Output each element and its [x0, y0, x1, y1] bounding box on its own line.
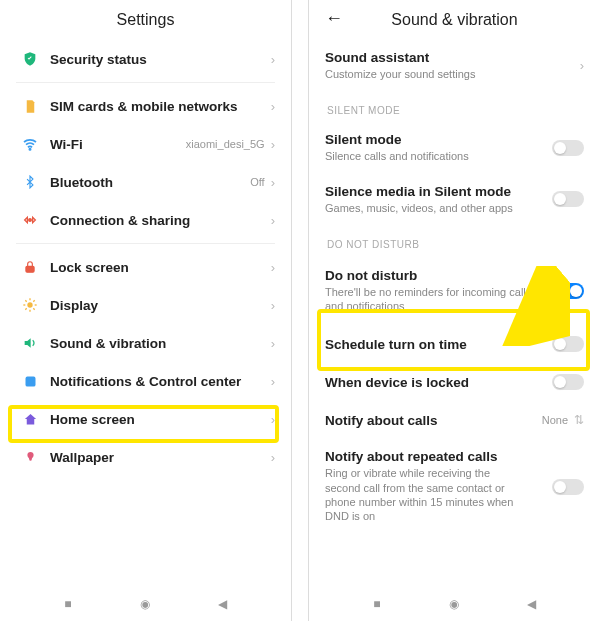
row-lock-screen[interactable]: Lock screen ›: [6, 248, 285, 286]
separator: [16, 82, 275, 83]
wifi-value: xiaomi_desi_5G: [186, 138, 265, 150]
label: Do not disturb: [325, 268, 552, 283]
bluetooth-icon: [16, 175, 44, 189]
row-notify-repeated[interactable]: Notify about repeated calls Ring or vibr…: [315, 439, 594, 533]
header: Settings: [0, 0, 291, 40]
label: Schedule turn on time: [325, 337, 552, 352]
chevron-right-icon: ›: [271, 175, 275, 190]
row-home-screen[interactable]: Home screen ›: [6, 400, 285, 438]
sound-settings-list: Sound assistant Customize your sound set…: [309, 40, 600, 587]
row-wifi[interactable]: Wi-Fi xiaomi_desi_5G ›: [6, 125, 285, 163]
section-dnd: Do not disturb: [315, 225, 594, 256]
label: Sound & vibration: [50, 336, 271, 351]
android-navbar: ■ ◉ ◀: [0, 587, 291, 621]
row-schedule[interactable]: Schedule turn on time: [315, 325, 594, 363]
silent-mode-toggle[interactable]: [552, 140, 584, 156]
schedule-toggle[interactable]: [552, 336, 584, 352]
locked-toggle[interactable]: [552, 374, 584, 390]
row-display[interactable]: Display ›: [6, 286, 285, 324]
row-notify-calls[interactable]: Notify about calls None ⇅: [315, 401, 594, 439]
svg-line-9: [33, 308, 34, 309]
row-when-locked[interactable]: When device is locked: [315, 363, 594, 401]
row-sound-assistant[interactable]: Sound assistant Customize your sound set…: [315, 40, 594, 91]
row-sim-cards[interactable]: SIM cards & mobile networks ›: [6, 87, 285, 125]
back-arrow-icon[interactable]: ←: [325, 8, 343, 29]
home-icon: [16, 412, 44, 427]
label: Bluetooth: [50, 175, 250, 190]
notification-icon: [16, 374, 44, 389]
row-security-status[interactable]: Security status ›: [6, 40, 285, 78]
svg-line-8: [25, 300, 26, 301]
repeated-toggle[interactable]: [552, 479, 584, 495]
header: ← Sound & vibration: [309, 0, 600, 40]
label: Silent mode: [325, 132, 552, 147]
sublabel: Games, music, videos, and other apps: [325, 201, 552, 215]
chevron-right-icon: ›: [271, 298, 275, 313]
chevron-right-icon: ›: [271, 336, 275, 351]
label: Security status: [50, 52, 271, 67]
sublabel: Silence calls and notifications: [325, 149, 552, 163]
svg-point-3: [27, 302, 32, 307]
svg-rect-12: [25, 376, 35, 386]
label: When device is locked: [325, 375, 552, 390]
svg-point-0: [29, 149, 30, 150]
home-button[interactable]: ◉: [140, 597, 150, 611]
android-navbar: ■ ◉ ◀: [309, 587, 600, 621]
wallpaper-icon: [16, 450, 44, 465]
section-silent-mode: Silent mode: [315, 91, 594, 122]
row-do-not-disturb[interactable]: Do not disturb There'll be no reminders …: [315, 256, 594, 326]
row-notifications[interactable]: Notifications & Control center ›: [6, 362, 285, 400]
chevron-right-icon: ›: [271, 374, 275, 389]
label: Notify about calls: [325, 413, 542, 428]
notify-calls-value: None: [542, 414, 568, 426]
home-button[interactable]: ◉: [449, 597, 459, 611]
settings-screen: Settings Security status › SIM cards & m…: [0, 0, 292, 621]
recents-button[interactable]: ■: [373, 597, 380, 611]
label: Sound assistant: [325, 50, 580, 65]
back-button[interactable]: ◀: [218, 597, 227, 611]
chevron-right-icon: ›: [271, 213, 275, 228]
row-sound-vibration[interactable]: Sound & vibration ›: [6, 324, 285, 362]
label: Home screen: [50, 412, 271, 427]
svg-rect-2: [26, 266, 34, 272]
bluetooth-value: Off: [250, 176, 264, 188]
row-wallpaper[interactable]: Wallpaper ›: [6, 438, 285, 476]
row-silence-media[interactable]: Silence media in Silent mode Games, musi…: [315, 174, 594, 225]
page-title: Settings: [117, 11, 175, 29]
wifi-icon: [16, 136, 44, 152]
speaker-icon: [16, 335, 44, 351]
lock-icon: [16, 260, 44, 274]
label: Silence media in Silent mode: [325, 184, 552, 199]
page-title: Sound & vibration: [391, 11, 517, 29]
chevron-right-icon: ›: [271, 52, 275, 67]
back-button[interactable]: ◀: [527, 597, 536, 611]
chevron-right-icon: ›: [271, 450, 275, 465]
sort-icon: ⇅: [574, 413, 584, 427]
label: Notifications & Control center: [50, 374, 271, 389]
sublabel: Customize your sound settings: [325, 67, 580, 81]
label: Notify about repeated calls: [325, 449, 552, 464]
separator: [16, 243, 275, 244]
recents-button[interactable]: ■: [64, 597, 71, 611]
row-bluetooth[interactable]: Bluetooth Off ›: [6, 163, 285, 201]
label: Wallpaper: [50, 450, 271, 465]
svg-line-11: [33, 300, 34, 301]
sublabel: Ring or vibrate while receiving the seco…: [325, 466, 525, 523]
sun-icon: [16, 297, 44, 313]
shield-icon: [16, 51, 44, 67]
chevron-right-icon: ›: [271, 412, 275, 427]
settings-list: Security status › SIM cards & mobile net…: [0, 40, 291, 587]
chevron-right-icon: ›: [271, 260, 275, 275]
share-icon: [16, 212, 44, 228]
label: Display: [50, 298, 271, 313]
label: Lock screen: [50, 260, 271, 275]
label: Wi-Fi: [50, 137, 186, 152]
svg-line-10: [25, 308, 26, 309]
chevron-right-icon: ›: [271, 137, 275, 152]
row-silent-mode[interactable]: Silent mode Silence calls and notificati…: [315, 122, 594, 173]
sublabel: There'll be no reminders for incoming ca…: [325, 285, 552, 314]
row-connection-sharing[interactable]: Connection & sharing ›: [6, 201, 285, 239]
sound-vibration-screen: ← Sound & vibration Sound assistant Cust…: [308, 0, 600, 621]
silence-media-toggle[interactable]: [552, 191, 584, 207]
dnd-toggle[interactable]: [552, 283, 584, 299]
